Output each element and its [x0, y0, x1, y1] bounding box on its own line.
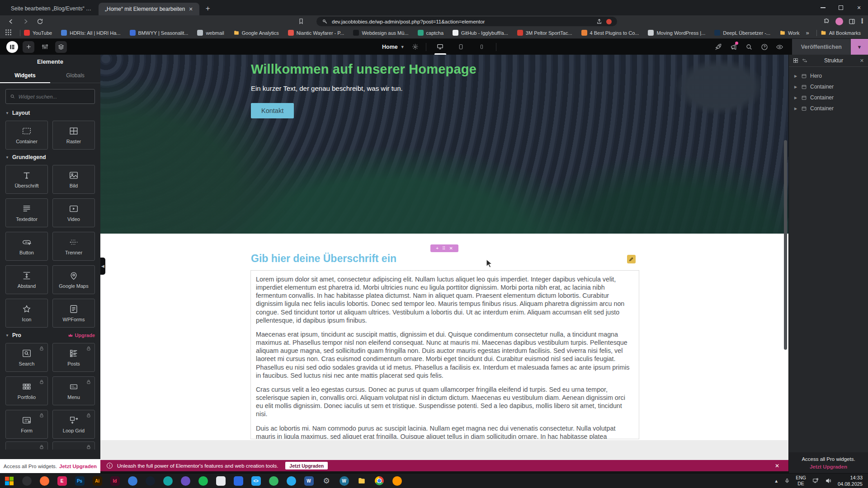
page-settings-gear-icon[interactable] — [412, 43, 419, 50]
bookmark-moving-wordpress-[interactable]: Moving WordPress |... — [648, 30, 705, 36]
bookmarks-overflow-icon[interactable]: » — [806, 29, 809, 36]
back-icon[interactable] — [5, 16, 16, 27]
taskbar-app-chrome[interactable] — [374, 475, 385, 486]
taskbar-app-firefox-dev[interactable] — [392, 475, 402, 486]
site-settings-sliders-icon[interactable] — [39, 41, 51, 53]
browser-tab-inactive[interactable]: Seite bearbeiten „Blog/Events“ ‹ TEST — [5, 2, 99, 15]
taskbar-app-word[interactable]: W — [303, 475, 314, 486]
window-minimize-button[interactable] — [814, 0, 832, 15]
elementor-logo-icon[interactable] — [6, 41, 18, 53]
device-desktop-icon[interactable] — [434, 39, 447, 55]
taskbar-app-teal-app[interactable] — [162, 475, 173, 486]
taskbar-app-illustrator[interactable]: Ai — [92, 475, 103, 486]
taskbar-app-blue-tool[interactable] — [233, 475, 244, 486]
widget-search-box[interactable] — [5, 89, 95, 104]
notification-upgrade-button[interactable]: Jetzt Upgraden — [285, 462, 328, 469]
extension-badge-icon[interactable] — [606, 19, 612, 24]
tab-widgets[interactable]: Widgets — [0, 68, 50, 83]
container-controls[interactable]: + ⠿ ✕ — [430, 244, 458, 252]
drag-handle-icon[interactable]: ⠿ — [442, 246, 445, 251]
taskbar-app-firefox[interactable] — [39, 475, 50, 486]
whats-new-megaphone-icon[interactable] — [726, 39, 741, 55]
structure-item-hero[interactable]: ▶ Hero — [789, 70, 868, 81]
text-editor-content[interactable]: Lorem ipsum dolor sit amet, consectetur … — [250, 270, 639, 439]
new-tab-button[interactable]: + — [202, 3, 214, 14]
add-container-icon[interactable]: + — [436, 246, 439, 251]
bookmark-deepl-bersetzer-[interactable]: DeepL Übersetzer -... — [714, 30, 770, 36]
bookmark-panel-icon[interactable] — [296, 16, 306, 26]
widget--berschrift[interactable]: Überschrift — [5, 165, 48, 194]
profile-avatar[interactable] — [835, 18, 843, 25]
bookmark-captcha[interactable]: captcha — [418, 30, 444, 36]
bookmark-3m-peltor-sporttac-[interactable]: 3M Peltor SportTac... — [517, 30, 572, 36]
side-panel-icon[interactable] — [849, 18, 855, 25]
structure-close-icon[interactable]: ✕ — [860, 58, 864, 64]
widget-portfolio[interactable]: Portfolio — [5, 376, 48, 405]
device-tablet-icon[interactable] — [454, 39, 468, 55]
footer-upgrade-link[interactable]: Jetzt Upgraden — [59, 464, 97, 469]
widget-trenner[interactable]: Trenner — [52, 232, 95, 261]
taskbar-app-wordpress[interactable]: W — [339, 475, 349, 486]
caret-right-icon[interactable]: ▶ — [794, 107, 798, 111]
bookmark-niantic-wayfarer-p-[interactable]: Niantic Wayfarer - P... — [288, 30, 344, 36]
section-pro[interactable]: ▼Pro Upgrade — [5, 332, 95, 338]
hero-contact-button[interactable]: Kontakt — [251, 103, 294, 118]
share-icon[interactable] — [596, 19, 602, 24]
hero-heading[interactable]: Willkommen auf unserer Homepage — [251, 62, 476, 77]
tab-globals[interactable]: Globals — [50, 68, 100, 83]
menu-kebab-icon[interactable]: ••• — [861, 19, 863, 24]
delete-container-icon[interactable]: ✕ — [449, 246, 453, 251]
widget-raster[interactable]: Raster — [52, 121, 95, 150]
bookmark-work[interactable]: Work — [779, 30, 799, 36]
window-maximize-button[interactable] — [832, 0, 850, 15]
caret-right-icon[interactable]: ▶ — [794, 96, 798, 100]
swap-arrows-icon[interactable] — [802, 58, 807, 63]
structure-item-container[interactable]: ▶ Container — [789, 92, 868, 103]
tray-chevron-icon[interactable]: ▲ — [774, 479, 778, 483]
taskbar-app-green-app[interactable] — [268, 475, 279, 486]
taskbar-app-photoshop[interactable]: Ps — [74, 475, 85, 486]
language-indicator[interactable]: ENG DE — [796, 475, 806, 487]
content-section[interactable]: + ⠿ ✕ Gib hier deine Überschrift ein Lor… — [100, 234, 788, 440]
url-text[interactable]: dev.jacobtobies.de/wp-admin/post.php?pos… — [332, 19, 592, 24]
preview-eye-icon[interactable] — [772, 39, 788, 55]
bookmark-4-best-plugins-to-co-[interactable]: 4 Best Plugins to Co... — [581, 30, 639, 36]
widget-bild[interactable]: Bild — [52, 165, 95, 194]
extensions-icon[interactable] — [823, 18, 830, 25]
upgrade-link[interactable]: Upgrade — [68, 333, 95, 338]
address-bar[interactable]: dev.jacobtobies.de/wp-admin/post.php?pos… — [316, 17, 617, 26]
taskbar-app-indesign[interactable]: Id — [109, 475, 120, 486]
publish-button[interactable]: Veröffentlichen — [792, 39, 851, 55]
canvas-scrollbar[interactable] — [784, 140, 787, 350]
help-icon[interactable] — [757, 39, 772, 55]
taskbar-app-vscode[interactable]: <> — [250, 475, 261, 486]
widget-icon[interactable]: Icon — [5, 299, 48, 328]
bookmark-bmwyy-seasonalit-[interactable]: BMWYY | Seasonalit... — [130, 30, 189, 36]
browser-tab-active[interactable]: „Home“ mit Elementor bearbeiten ✕ — [99, 3, 199, 15]
bookmark-youtube[interactable]: YouTube — [24, 30, 52, 36]
notification-close-icon[interactable]: ✕ — [772, 463, 782, 469]
finder-search-icon[interactable] — [741, 39, 757, 55]
forward-icon[interactable] — [20, 16, 31, 27]
taskbar-app-settings[interactable]: ⚙ — [321, 475, 332, 486]
window-close-button[interactable]: ✕ — [850, 0, 868, 15]
speaker-icon[interactable] — [825, 478, 832, 484]
search-input[interactable] — [19, 94, 90, 99]
taskbar-app-spotify[interactable] — [198, 475, 208, 486]
apps-grid-icon[interactable] — [5, 29, 13, 37]
taskbar-app-elementor[interactable]: E — [57, 475, 67, 486]
microphone-icon[interactable] — [784, 478, 790, 484]
widget-container[interactable]: Container — [5, 121, 48, 150]
section-grundlegend[interactable]: ▼Grundlegend — [5, 154, 95, 160]
add-element-button[interactable] — [23, 41, 34, 53]
section-heading[interactable]: Gib hier deine Überschrift ein — [251, 253, 396, 265]
structure-layers-icon[interactable] — [55, 41, 67, 53]
taskbar-app-steam[interactable] — [145, 475, 156, 486]
bookmark-webmail[interactable]: webmail — [197, 30, 224, 36]
hero-section[interactable]: Willkommen auf unserer Homepage Ein kurz… — [100, 55, 788, 234]
taskbar-app-blue-app[interactable] — [127, 475, 138, 486]
tab-close-icon[interactable]: ✕ — [189, 6, 193, 12]
taskbar-app-telegram[interactable] — [286, 475, 297, 486]
bookmark-github-igglybuff-a-[interactable]: GitHub - Igglybuff/a... — [453, 30, 508, 36]
bookmark-google-analytics[interactable]: Google Analytics — [233, 30, 279, 36]
